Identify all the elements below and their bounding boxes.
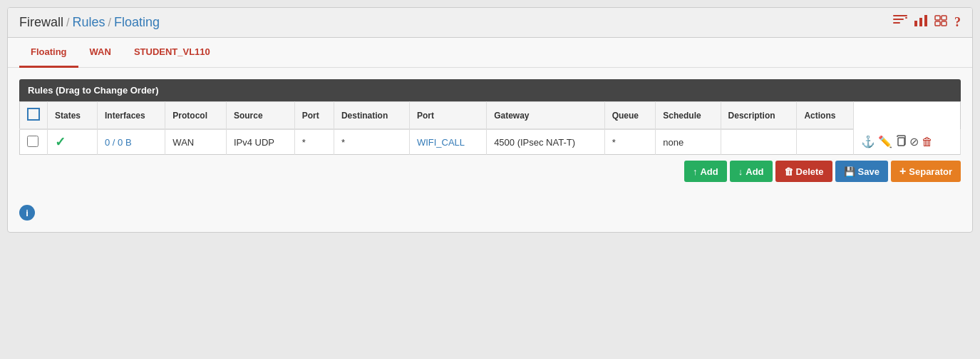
status-enabled-icon: ✓ [55,135,66,149]
tabs-bar: Floating WAN STUDENT_VL110 [8,38,972,68]
save-label: Save [858,166,880,177]
delete-row-icon[interactable]: 🗑 [922,136,933,148]
breadcrumb-sep-2: / [108,16,111,29]
copy-icon[interactable] [895,135,907,149]
svg-rect-6 [924,15,927,26]
delete-label: Delete [796,166,824,177]
table-row: ✓ 0 / 0 B WAN IPv4 UDP * * WIFI_CALL 450… [20,129,961,155]
svg-rect-1 [893,19,904,20]
svg-rect-7 [935,16,940,20]
row-queue-cell: none [656,129,721,155]
edit-icon[interactable]: ✏️ [878,135,892,148]
row-checkbox[interactable] [27,136,38,147]
row-status-cell: ✓ [48,129,98,155]
delete-icon: 🗑 [784,166,793,177]
row-gateway-cell: * [604,129,656,155]
tab-wan[interactable]: WAN [78,38,123,68]
col-states: States [48,102,98,130]
row-protocol-cell: IPv4 UDP [226,129,294,155]
delete-button[interactable]: 🗑 Delete [775,161,832,182]
disable-icon[interactable]: ⊘ [909,135,919,148]
action-icons: ⚓ ✏️ ⊘ 🗑 [861,135,953,149]
svg-rect-8 [942,16,947,20]
save-icon: 💾 [844,166,855,177]
svg-rect-10 [942,21,947,26]
breadcrumb-firewall: Firewall [19,15,63,30]
col-gateway: Gateway [487,102,605,130]
svg-rect-4 [914,21,917,26]
col-destination: Destination [334,102,409,130]
states-link[interactable]: 0 / 0 B [105,137,132,148]
breadcrumb-floating: Floating [114,15,160,30]
breadcrumb-rules-link[interactable]: Rules [72,15,105,30]
main-card: Firewall / Rules / Floating [7,7,973,233]
col-actions: Actions [797,102,854,130]
chart-icon[interactable] [914,15,927,30]
row-dest-port-cell: 4500 (IPsec NAT-T) [487,129,605,155]
row-source-port-cell: * [334,129,409,155]
row-source-cell: * [294,129,334,155]
select-all-checkbox[interactable] [27,108,40,121]
page-wrapper: Firewall / Rules / Floating [0,0,980,359]
header-bar: Firewall / Rules / Floating [8,8,972,38]
help-icon[interactable]: ? [954,15,961,30]
breadcrumb: Firewall / Rules / Floating [19,15,160,30]
col-queue: Queue [604,102,656,130]
col-protocol: Protocol [165,102,227,130]
anchor-icon[interactable]: ⚓ [861,135,875,148]
separator-button[interactable]: + Separator [891,161,961,182]
add-above-label: Add [700,166,718,177]
destination-link[interactable]: WIFI_CALL [417,137,465,148]
tab-student-vl110[interactable]: STUDENT_VL110 [123,38,222,68]
rules-table: States Interfaces Protocol Source Port D… [19,101,961,155]
svg-rect-0 [893,15,907,16]
add-down-icon: ↓ [738,166,743,177]
header-icons: ? [893,15,961,30]
col-source: Source [226,102,294,130]
info-icon[interactable]: i [19,205,35,221]
svg-rect-2 [893,22,900,24]
svg-rect-5 [919,18,922,26]
col-description: Description [721,102,797,130]
row-actions-cell: ⚓ ✏️ ⊘ 🗑 [854,129,961,155]
col-schedule: Schedule [656,102,721,130]
tab-floating[interactable]: Floating [19,38,78,68]
add-below-label: Add [746,166,763,177]
table-title-bar: Rules (Drag to Change Order) [19,79,961,101]
col-port-dst: Port [409,102,486,130]
row-states-cell: 0 / 0 B [98,129,165,155]
row-checkbox-cell [20,129,48,155]
row-interfaces-cell: WAN [165,129,227,155]
svg-rect-9 [935,21,940,26]
row-destination-cell: WIFI_CALL [409,129,486,155]
add-up-icon: ↑ [693,166,698,177]
col-port-src: Port [294,102,334,130]
info-section: i [8,193,972,232]
row-schedule-cell [721,129,797,155]
add-above-button[interactable]: ↑ Add [684,161,727,182]
separator-icon: + [899,165,906,178]
filter-icon[interactable] [893,15,907,30]
row-description-cell [797,129,854,155]
separator-label: Separator [909,166,952,177]
save-button[interactable]: 💾 Save [835,161,888,182]
table-section: Rules (Drag to Change Order) States Inte… [8,68,972,193]
list-icon[interactable] [934,15,947,30]
svg-rect-3 [905,17,907,19]
col-checkbox [20,102,48,130]
add-below-button[interactable]: ↓ Add [730,161,773,182]
col-interfaces: Interfaces [98,102,165,130]
breadcrumb-sep-1: / [66,16,69,29]
bottom-buttons: ↑ Add ↓ Add 🗑 Delete 💾 Save + Separa [19,161,961,182]
svg-rect-11 [898,138,904,146]
